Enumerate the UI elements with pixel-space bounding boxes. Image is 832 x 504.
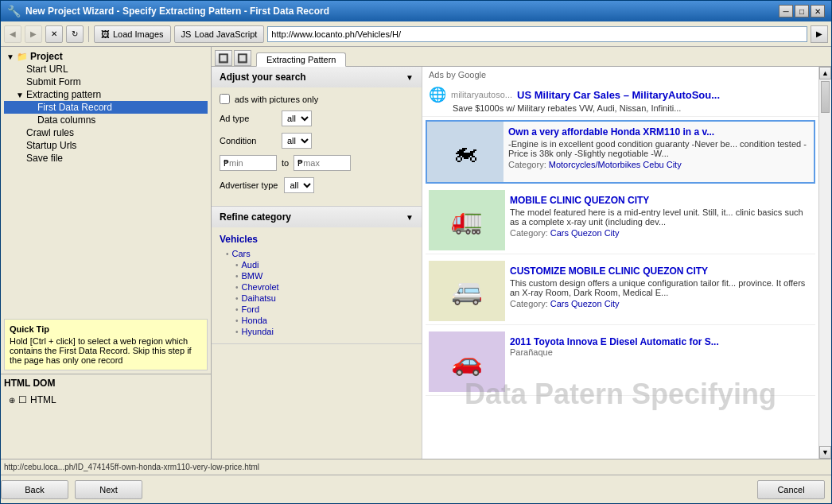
listing-2[interactable]: 🚛 MOBILE CLINIC QUEZON CITY The model fe… bbox=[426, 187, 815, 254]
price-max-wrap: ₱ bbox=[294, 155, 351, 171]
bullet-icon: • bbox=[235, 261, 239, 269]
status-bar: http://cebu.loca...ph/ID_474145ff-own-ho… bbox=[1, 459, 831, 475]
tab-label: Extracting Pattern bbox=[266, 55, 336, 64]
listing-2-cat: Category: Cars Quezon City bbox=[510, 228, 807, 238]
listing-3[interactable]: 🚐 CUSTOMIZE MOBILE CLINIC QUEZON CITY Th… bbox=[426, 258, 815, 325]
category-sub-bmw[interactable]: • BMW bbox=[220, 270, 414, 281]
price-row: ₱ to ₱ bbox=[220, 155, 414, 171]
category-label-audi: Audi bbox=[242, 260, 259, 269]
next-button[interactable]: Next bbox=[75, 480, 142, 499]
main-window: 🔧 New Project Wizard - Specify Extractin… bbox=[0, 0, 832, 504]
listing-1-cat-link[interactable]: Motorcycles/Motorbikes Cebu City bbox=[549, 160, 682, 169]
tree-label-submit-form: Submit Form bbox=[26, 76, 81, 87]
listing-3-desc: This custom design offers a unique confi… bbox=[510, 278, 807, 297]
category-label-honda: Honda bbox=[242, 316, 267, 325]
expand-icon bbox=[15, 64, 25, 74]
category-sub-hyundai[interactable]: • Hyundai bbox=[220, 326, 414, 337]
tree-item-start-url[interactable]: Start URL bbox=[4, 63, 208, 76]
tree-label-extracting-pattern: Extracting pattern bbox=[26, 89, 101, 100]
html-dom-tree: ⊕ ☐ HTML bbox=[4, 392, 208, 456]
tab-icon-1[interactable]: 🔲 bbox=[215, 50, 232, 66]
minimize-button[interactable]: ─ bbox=[779, 5, 793, 17]
adjust-search-header[interactable]: Adjust your search ▼ bbox=[212, 67, 422, 87]
category-sub-honda[interactable]: • Honda bbox=[220, 315, 414, 326]
category-sub-audi[interactable]: • Audi bbox=[220, 259, 414, 270]
advertiser-row: Advertiser type all bbox=[220, 177, 414, 193]
listing-1-image: 🏍 bbox=[427, 122, 503, 182]
stop-button[interactable]: ✕ bbox=[45, 25, 63, 43]
tab-icon-2[interactable]: 🔲 bbox=[234, 50, 251, 66]
price-max-input[interactable] bbox=[303, 158, 347, 168]
refine-category-header[interactable]: Refine category ▼ bbox=[212, 207, 422, 227]
close-button[interactable]: ✕ bbox=[811, 5, 825, 17]
tree-item-extracting-pattern[interactable]: ▼ Extracting pattern bbox=[4, 88, 208, 101]
ads-pictures-checkbox[interactable] bbox=[220, 94, 230, 104]
adjust-search-section: Adjust your search ▼ ads with pictures o… bbox=[212, 67, 422, 207]
category-sub-chevrolet[interactable]: • Chevrolet bbox=[220, 281, 414, 293]
tree-item-first-data-record[interactable]: First Data Record bbox=[4, 101, 208, 114]
tab-extracting-pattern[interactable]: Extracting Pattern bbox=[256, 52, 346, 67]
back-button[interactable]: Back bbox=[1, 480, 68, 499]
content-split: Adjust your search ▼ ads with pictures o… bbox=[212, 67, 831, 459]
ad-type-label: Ad type bbox=[220, 114, 275, 123]
listing-3-cat-link[interactable]: Cars Quezon City bbox=[550, 299, 620, 308]
tree-item-project[interactable]: ▼ 📁 Project bbox=[4, 50, 208, 63]
listing-3-content: CUSTOMIZE MOBILE CLINIC QUEZON CITY This… bbox=[505, 261, 812, 321]
listing-1-content: Own a very affordable Honda XRM110 in a … bbox=[503, 122, 814, 182]
price-min-input[interactable] bbox=[229, 158, 273, 168]
tree-item-save-file[interactable]: Save file bbox=[4, 152, 208, 165]
app-icon: 🔧 bbox=[7, 5, 21, 17]
maximize-button[interactable]: □ bbox=[795, 5, 809, 17]
refresh-button[interactable]: ↻ bbox=[66, 25, 84, 43]
back-button[interactable]: ◀ bbox=[4, 25, 21, 43]
toolbar: ◀ ▶ ✕ ↻ 🖼 Load Images JS Load JavaScript… bbox=[1, 21, 831, 47]
load-js-label: Load JavaScript bbox=[194, 29, 257, 39]
listing-1-cat-label: Category: bbox=[508, 160, 546, 169]
scroll-up-button[interactable]: ▲ bbox=[819, 67, 831, 79]
scroll-down-button[interactable]: ▼ bbox=[819, 446, 831, 459]
go-button[interactable]: ▶ bbox=[811, 25, 828, 43]
price-min-wrap: ₱ bbox=[220, 155, 277, 171]
condition-row: Condition all bbox=[220, 133, 414, 149]
advertiser-select[interactable]: all bbox=[284, 177, 314, 193]
tree-item-startup-urls[interactable]: Startup Urls bbox=[4, 139, 208, 152]
listing-1[interactable]: 🏍 Own a very affordable Honda XRM110 in … bbox=[426, 120, 815, 184]
tree-item-data-columns[interactable]: Data columns bbox=[4, 114, 208, 126]
listing-1-cat: Category: Motorcycles/Motorbikes Cebu Ci… bbox=[508, 160, 809, 169]
listing-4-location: Parañaque bbox=[510, 347, 807, 357]
ad-type-select[interactable]: all bbox=[282, 110, 312, 126]
search-panel: Adjust your search ▼ ads with pictures o… bbox=[212, 67, 422, 459]
scroll-thumb[interactable] bbox=[821, 81, 830, 113]
price-to-label: to bbox=[282, 158, 289, 168]
tree-view: ▼ 📁 Project Start URL Submit Form ▼ Extr… bbox=[1, 47, 211, 316]
tree-item-html[interactable]: ⊕ ☐ HTML bbox=[6, 394, 206, 406]
bullet-icon: • bbox=[235, 328, 239, 336]
category-item-cars[interactable]: • Cars bbox=[220, 248, 414, 259]
category-sub-ford[interactable]: • Ford bbox=[220, 304, 414, 315]
tree-item-crawl-rules[interactable]: Crawl rules bbox=[4, 126, 208, 139]
category-label-hyundai: Hyundai bbox=[242, 327, 274, 336]
ad-type-row: Ad type all bbox=[220, 110, 414, 126]
expand-icon bbox=[15, 77, 25, 87]
google-ad[interactable]: 🌐 militaryautoso... US Military Car Sale… bbox=[422, 83, 818, 117]
listing-2-cat-link[interactable]: Cars Quezon City bbox=[550, 228, 620, 238]
condition-select[interactable]: all bbox=[282, 133, 312, 149]
html-label: HTML bbox=[30, 394, 56, 405]
url-bar[interactable] bbox=[267, 26, 807, 42]
load-js-button[interactable]: JS Load JavaScript bbox=[174, 25, 265, 43]
category-label-bmw: BMW bbox=[242, 271, 263, 281]
cancel-button[interactable]: Cancel bbox=[757, 480, 825, 499]
forward-button[interactable]: ▶ bbox=[25, 25, 42, 43]
category-sub-daihatsu[interactable]: • Daihatsu bbox=[220, 293, 414, 304]
tree-label-save-file: Save file bbox=[26, 153, 63, 164]
listing-4[interactable]: 🚗 2011 Toyota Innova E Diesel Automatic … bbox=[426, 328, 815, 396]
listing-4-image: 🚗 bbox=[429, 331, 505, 392]
load-images-button[interactable]: 🖼 Load Images bbox=[94, 25, 171, 43]
tree-item-submit-form[interactable]: Submit Form bbox=[4, 76, 208, 88]
load-images-icon: 🖼 bbox=[101, 29, 110, 39]
html-dom-section: HTML DOM ⊕ ☐ HTML bbox=[1, 374, 211, 459]
left-panel: ▼ 📁 Project Start URL Submit Form ▼ Extr… bbox=[1, 47, 212, 459]
load-images-label: Load Images bbox=[113, 29, 164, 39]
chevron-down-icon: ▼ bbox=[406, 73, 414, 82]
bullet-icon: • bbox=[235, 283, 239, 292]
